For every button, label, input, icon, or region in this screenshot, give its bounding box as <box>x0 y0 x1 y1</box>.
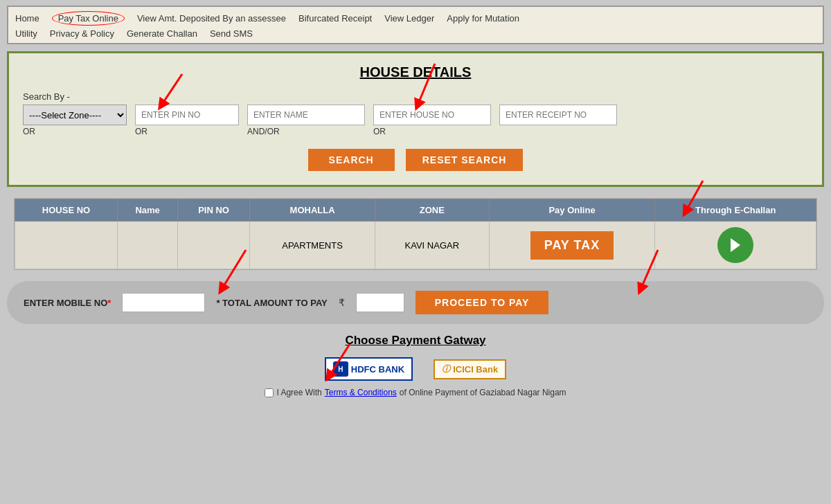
proceed-button[interactable]: PROCEED TO PAY <box>416 291 549 314</box>
icici-label: ICICI Bank <box>453 364 498 375</box>
nav-row2: Utility Privacy & Policy Generate Challa… <box>15 28 816 39</box>
echallan-button[interactable] <box>717 227 753 263</box>
search-by-label: Search By - <box>23 91 808 102</box>
col-zone: ZONE <box>375 199 490 222</box>
cell-house-no <box>15 222 118 269</box>
search-area: Search By - ----Select Zone---- <box>23 91 808 171</box>
col-mohalla: MOHALLA <box>250 199 375 222</box>
cell-mohalla: APARTMENTS <box>250 222 375 269</box>
svg-marker-0 <box>731 238 740 252</box>
nav-container: Home Pay Tax Online View Amt. Deposited … <box>7 6 824 44</box>
terms-text-2: of Online Payment of Gaziabad Nagar Niga… <box>400 388 566 397</box>
table-area: HOUSE NO Name PIN NO MOHALLA ZONE Pay On… <box>7 198 824 270</box>
zone-group: ----Select Zone---- Zone 1 Zone 2 Zone 3… <box>23 105 127 136</box>
nav-pay-tax-online[interactable]: Pay Tax Online <box>52 11 125 26</box>
pin-input[interactable] <box>135 105 239 125</box>
nav-bifurcated[interactable]: Bifurcated Receipt <box>298 13 372 24</box>
pay-tax-button[interactable]: PAY TAX <box>530 231 614 260</box>
col-echallan: Through E-Challan <box>655 199 816 222</box>
icici-logo[interactable]: ⓘ ICICI Bank <box>434 359 506 379</box>
or-label-1: OR <box>23 127 35 136</box>
choose-payment-title: Choose Payment Gatway <box>0 334 831 348</box>
house-details-title: HOUSE DETAILS <box>23 64 808 80</box>
pin-group: OR <box>135 105 239 136</box>
terms-link[interactable]: Terms & Conditions <box>325 388 397 397</box>
col-name: Name <box>118 199 178 222</box>
cell-name <box>118 222 178 269</box>
choose-payment: Choose Payment Gatway H HDFC BANK ⓘ ICIC… <box>0 334 831 397</box>
col-pay-online: Pay Online <box>489 199 655 222</box>
nav-view-ledger[interactable]: View Ledger <box>384 13 434 24</box>
terms-text-1: I Agree With <box>276 388 321 397</box>
or-label-3: OR <box>373 127 386 136</box>
house-group: OR <box>373 105 491 136</box>
cell-pay-online[interactable]: PAY TAX <box>489 222 655 269</box>
nav-home[interactable]: Home <box>15 13 39 24</box>
nav-privacy[interactable]: Privacy & Policy <box>50 28 114 39</box>
or-label-2: OR <box>135 127 148 136</box>
cell-zone: KAVI NAGAR <box>375 222 490 269</box>
house-table: HOUSE NO Name PIN NO MOHALLA ZONE Pay On… <box>15 199 816 269</box>
name-input[interactable] <box>247 105 365 125</box>
main-box: HOUSE DETAILS Search By - ---- <box>7 51 824 187</box>
search-button[interactable]: SEARCH <box>308 149 395 171</box>
table-row: APARTMENTS KAVI NAGAR PAY TAX <box>15 222 816 269</box>
nav-utility[interactable]: Utility <box>15 28 37 39</box>
receipt-input[interactable] <box>499 105 617 125</box>
nav-challan[interactable]: Generate Challan <box>127 28 197 39</box>
nav-sms[interactable]: Send SMS <box>210 28 253 39</box>
terms-row: I Agree With Terms & Conditions of Onlin… <box>0 388 831 397</box>
mobile-input[interactable] <box>122 293 205 312</box>
buttons-row: SEARCH RESET SEARCH <box>23 149 808 171</box>
total-label: * TOTAL AMOUNT TO PAY <box>216 298 327 308</box>
rupee-symbol: ₹ <box>339 297 345 308</box>
hdfc-icon: H <box>333 361 348 377</box>
receipt-group <box>499 105 617 125</box>
andor-label: AND/OR <box>247 127 280 136</box>
payment-section: ENTER MOBILE NO* * TOTAL AMOUNT TO PAY ₹… <box>7 281 824 324</box>
hdfc-logo[interactable]: H HDFC BANK <box>325 357 413 381</box>
reset-button[interactable]: RESET SEARCH <box>406 149 524 171</box>
terms-checkbox[interactable] <box>265 388 274 397</box>
name-group: AND/OR <box>247 105 365 136</box>
bank-logos: H HDFC BANK ⓘ ICICI Bank <box>0 357 831 381</box>
col-house-no: HOUSE NO <box>15 199 118 222</box>
payment-area-wrapper: ENTER MOBILE NO* * TOTAL AMOUNT TO PAY ₹… <box>0 281 831 324</box>
amount-input[interactable]: 0 <box>356 293 404 312</box>
icici-icon: ⓘ <box>442 363 450 375</box>
nav-mutation[interactable]: Apply for Mutation <box>447 13 519 24</box>
col-pin-no: PIN NO <box>178 199 250 222</box>
nav-row1: Home Pay Tax Online View Amt. Deposited … <box>15 11 816 26</box>
arrow-right-icon <box>725 235 746 255</box>
required-star: * <box>107 298 111 308</box>
hdfc-label: HDFC BANK <box>351 364 404 375</box>
house-input[interactable] <box>373 105 491 125</box>
cell-echallan[interactable] <box>655 222 816 269</box>
zone-select[interactable]: ----Select Zone---- Zone 1 Zone 2 Zone 3 <box>23 105 127 125</box>
mobile-label: ENTER MOBILE NO* <box>24 298 111 308</box>
table-container: HOUSE NO Name PIN NO MOHALLA ZONE Pay On… <box>14 198 817 270</box>
cell-pin-no <box>178 222 250 269</box>
search-inputs-row: ----Select Zone---- Zone 1 Zone 2 Zone 3… <box>23 105 808 136</box>
nav-view-amt[interactable]: View Amt. Deposited By an assessee <box>137 13 286 24</box>
